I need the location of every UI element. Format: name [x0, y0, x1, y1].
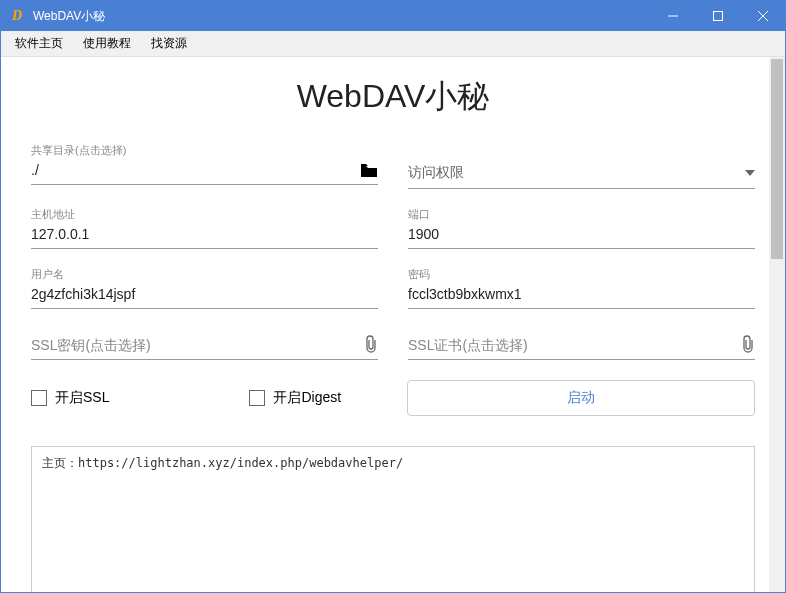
- titlebar: D WebDAV小秘: [1, 1, 785, 31]
- share-dir-input[interactable]: [31, 160, 378, 180]
- ssl-checkbox[interactable]: 开启SSL: [31, 389, 109, 407]
- folder-icon[interactable]: [360, 164, 378, 178]
- ssl-cert-input[interactable]: [408, 335, 755, 355]
- username-label: 用户名: [31, 267, 378, 282]
- content-area: WebDAV小秘 共享目录(点击选择) 访问权限: [1, 57, 785, 592]
- port-label: 端口: [408, 207, 755, 222]
- password-field: 密码: [408, 267, 755, 309]
- access-label: 访问权限: [408, 164, 464, 180]
- host-field: 主机地址: [31, 207, 378, 249]
- password-input[interactable]: [408, 284, 755, 304]
- digest-checkbox-label: 开启Digest: [273, 389, 341, 407]
- ssl-key-field: [31, 335, 378, 360]
- password-label: 密码: [408, 267, 755, 282]
- ssl-cert-field: [408, 335, 755, 360]
- window-controls: [650, 1, 785, 31]
- access-select[interactable]: 访问权限: [408, 157, 755, 189]
- minimize-button[interactable]: [650, 1, 695, 31]
- port-field: 端口: [408, 207, 755, 249]
- port-input[interactable]: [408, 224, 755, 244]
- menu-resources[interactable]: 找资源: [141, 31, 197, 56]
- username-input[interactable]: [31, 284, 378, 304]
- digest-checkbox[interactable]: 开启Digest: [249, 389, 341, 407]
- svg-rect-1: [713, 12, 722, 21]
- ssl-key-input[interactable]: [31, 335, 378, 355]
- share-dir-field: 共享目录(点击选择): [31, 143, 378, 189]
- host-input[interactable]: [31, 224, 378, 244]
- ssl-checkbox-label: 开启SSL: [55, 389, 109, 407]
- host-label: 主机地址: [31, 207, 378, 222]
- share-dir-label: 共享目录(点击选择): [31, 143, 378, 158]
- menu-homepage[interactable]: 软件主页: [5, 31, 73, 56]
- log-output[interactable]: 主页：https://lightzhan.xyz/index.php/webda…: [31, 446, 755, 592]
- checkbox-icon: [31, 390, 47, 406]
- maximize-button[interactable]: [695, 1, 740, 31]
- log-prefix: 主页：: [42, 456, 78, 470]
- log-url: https://lightzhan.xyz/index.php/webdavhe…: [78, 456, 403, 470]
- window-title: WebDAV小秘: [33, 8, 650, 25]
- checkbox-group: 开启SSL 开启Digest: [31, 389, 377, 407]
- attachment-icon[interactable]: [741, 335, 755, 353]
- start-button[interactable]: 启动: [407, 380, 755, 416]
- menubar: 软件主页 使用教程 找资源: [1, 31, 785, 57]
- scrollbar-thumb[interactable]: [771, 59, 783, 259]
- username-field: 用户名: [31, 267, 378, 309]
- menu-tutorial[interactable]: 使用教程: [73, 31, 141, 56]
- scrollbar-track[interactable]: [769, 57, 785, 592]
- access-field: 访问权限: [408, 143, 755, 189]
- attachment-icon[interactable]: [364, 335, 378, 353]
- checkbox-icon: [249, 390, 265, 406]
- app-icon: D: [7, 6, 27, 26]
- chevron-down-icon: [745, 170, 755, 176]
- close-button[interactable]: [740, 1, 785, 31]
- page-title: WebDAV小秘: [31, 75, 755, 119]
